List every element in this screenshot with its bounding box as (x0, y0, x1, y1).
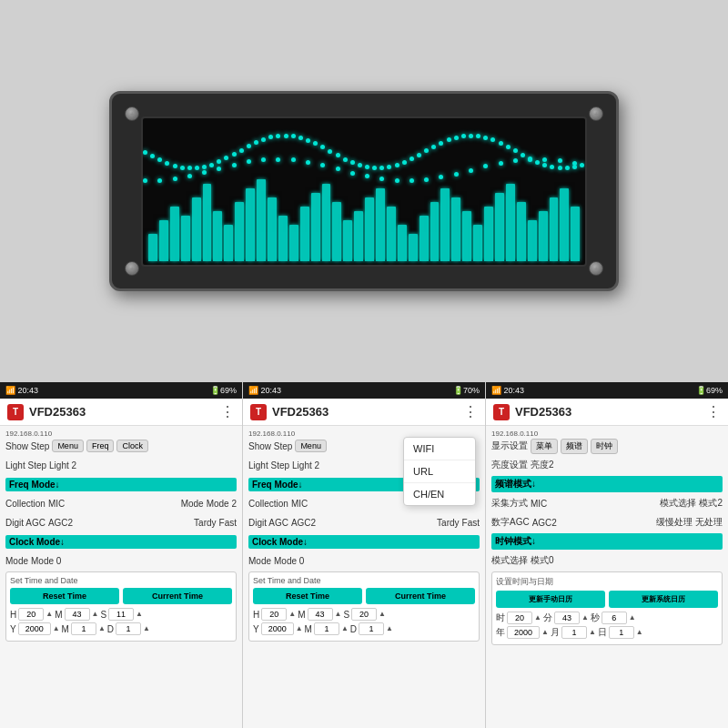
time-hms-row-3: 时 ▲ 分 ▲ 秒 ▲ (496, 612, 718, 624)
time-btn-row-2: Reset Time Current Time (253, 588, 475, 604)
panel-content-3: 192.168.0.110 显示设置 菜单 频谱 时钟 亮度设置 亮度2 频谱模… (486, 426, 728, 728)
mo-up-1[interactable]: ▲ (98, 625, 106, 632)
menu-dots-1[interactable]: ⋮ (220, 403, 235, 420)
menu-dots-3[interactable]: ⋮ (706, 403, 721, 420)
freq-mode-row-3: 频谱模式↓ (491, 476, 723, 492)
screw-tl (125, 106, 139, 121)
time-btn-row-1: Reset Time Current Time (10, 588, 232, 604)
s-up-3[interactable]: ▲ (629, 614, 636, 622)
vfd-bar (495, 193, 504, 261)
y-up-3[interactable]: ▲ (541, 629, 549, 636)
d-field-3[interactable] (609, 626, 634, 639)
time-btn-row-3: 更新手动日历 更新系统日历 (496, 591, 718, 608)
mo-field-2[interactable] (314, 622, 339, 635)
m-up-3[interactable]: ▲ (581, 614, 589, 622)
collection-value-2: MIC (291, 499, 308, 509)
s-up-2[interactable]: ▲ (379, 611, 386, 618)
mo-up-3[interactable]: ▲ (589, 629, 596, 636)
h-field-3[interactable] (507, 612, 532, 624)
menu-btn-1[interactable]: Menu (52, 440, 84, 452)
vfd-bar (148, 234, 157, 261)
status-bar-3: 📶 20:43 🔋69% (486, 382, 728, 399)
h-up-3[interactable]: ▲ (534, 614, 541, 622)
vfd-bar (203, 184, 212, 261)
mode-cn-label-3: 模式选择 (660, 497, 696, 510)
freq-btn-cn-3[interactable]: 频谱 (561, 439, 588, 454)
h-field-1[interactable] (18, 608, 44, 621)
show-step-label-1: Show Step (5, 441, 49, 451)
reset-time-btn-cn-3[interactable]: 更新手动日历 (496, 591, 605, 608)
mo-field-1[interactable] (71, 622, 96, 635)
mo-field-3[interactable] (561, 626, 587, 639)
clock-mode-value-2: Mode 0 (274, 556, 304, 566)
agc-row-2: Digit AGC AGC2 Tardy Fast (248, 514, 480, 531)
d-field-1[interactable] (116, 622, 141, 635)
bright-set-label-3: 亮度设置 (491, 459, 528, 471)
vfd-bar (159, 220, 168, 261)
s-field-1[interactable] (108, 608, 134, 621)
y-up-2[interactable]: ▲ (296, 625, 303, 632)
m-up-1[interactable]: ▲ (92, 611, 99, 618)
dropdown-item-wifi[interactable]: WIFI (404, 438, 475, 460)
m-field-2[interactable] (308, 608, 333, 621)
h-up-1[interactable]: ▲ (46, 611, 53, 618)
bright-set-row-3: 亮度设置 亮度2 (491, 457, 723, 473)
d-up-1[interactable]: ▲ (143, 625, 150, 632)
current-time-btn-cn-3[interactable]: 更新系统日历 (609, 591, 718, 608)
status-bar-1: 📶 20:43 🔋69% (0, 382, 242, 399)
m-field-3[interactable] (554, 612, 580, 624)
dropdown-item-url[interactable]: URL (404, 460, 475, 483)
vfd-bar (224, 225, 233, 261)
m-up-2[interactable]: ▲ (335, 611, 342, 618)
reset-time-btn-2[interactable]: Reset Time (253, 588, 362, 604)
mode-value-1: Mode 2 (207, 499, 237, 509)
clock-mode-cn-3: 时钟模式↓ (491, 533, 723, 550)
y-field-1[interactable] (18, 622, 51, 635)
status-bar-2: 📶 20:43 🔋70% (243, 382, 485, 399)
vfd-bar (560, 188, 569, 261)
panel-3: 📶 20:43 🔋69% T VFD25363 ⋮ 192.168.0.110 … (486, 382, 728, 728)
tardy-cn-value-3: 无处理 (695, 516, 723, 529)
clock-btn-cn-3[interactable]: 时钟 (591, 439, 618, 454)
vfd-bar (268, 197, 277, 261)
d-field-2[interactable] (359, 622, 384, 635)
vfd-bar (484, 207, 493, 261)
d-up-2[interactable]: ▲ (386, 625, 393, 632)
app-logo-1: T (7, 404, 24, 420)
current-time-btn-2[interactable]: Current Time (366, 588, 475, 604)
current-time-btn-1[interactable]: Current Time (123, 588, 232, 604)
device-image-area (0, 0, 728, 382)
vfd-bar (387, 207, 396, 261)
vfd-bar (430, 202, 440, 261)
mo-up-2[interactable]: ▲ (341, 625, 349, 632)
show-step-label-2: Show Step (248, 441, 292, 451)
s-field-2[interactable] (351, 608, 377, 621)
screw-tr (589, 106, 603, 121)
light-step-label-2: Light Step (248, 460, 289, 470)
y-up-1[interactable]: ▲ (53, 625, 60, 632)
menu-btn-2[interactable]: Menu (295, 440, 327, 452)
d-up-3[interactable]: ▲ (636, 629, 643, 636)
menu-btn-cn-3[interactable]: 菜单 (531, 439, 558, 454)
light-step-label-1: Light Step (5, 460, 46, 470)
light-step-value-1: Light 2 (49, 460, 76, 470)
tardy-label-1: Tardy (194, 518, 216, 528)
clock-btn-1[interactable]: Clock (116, 440, 148, 452)
dropdown-item-chen[interactable]: CH/EN (404, 483, 475, 505)
h-field-2[interactable] (261, 608, 287, 621)
h-up-2[interactable]: ▲ (288, 611, 296, 618)
m-field-1[interactable] (65, 608, 90, 621)
set-time-title-cn-3: 设置时间与日期 (496, 576, 718, 588)
y-field-2[interactable] (261, 622, 294, 635)
freq-btn-1[interactable]: Freq (86, 440, 115, 452)
vfd-bar (451, 197, 460, 261)
vfd-bar (170, 207, 179, 261)
y-field-3[interactable] (507, 626, 540, 639)
time-ymd-row-1: Y ▲ M ▲ D ▲ (10, 622, 232, 635)
s-up-1[interactable]: ▲ (136, 611, 143, 618)
s-field-3[interactable] (602, 612, 627, 624)
menu-dots-2[interactable]: ⋮ (463, 403, 478, 420)
app-header-3: T VFD25363 ⋮ (486, 399, 728, 426)
reset-time-btn-1[interactable]: Reset Time (10, 588, 119, 604)
vfd-bar (246, 188, 255, 261)
